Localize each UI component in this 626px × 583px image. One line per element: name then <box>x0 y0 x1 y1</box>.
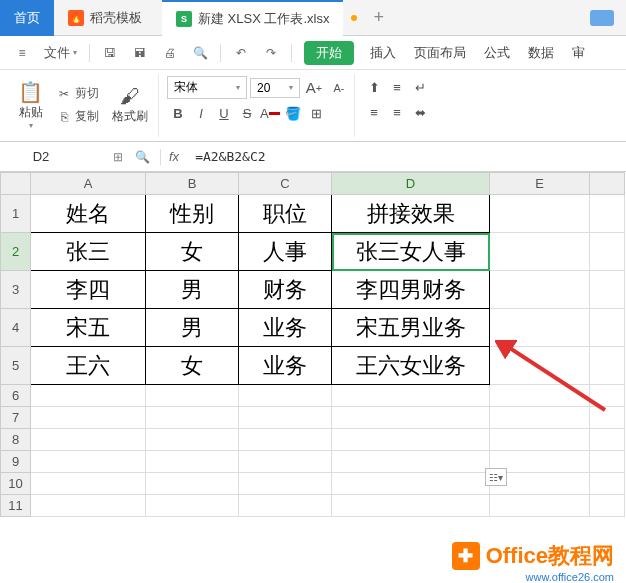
cell-d8[interactable] <box>332 429 490 451</box>
cell-e3[interactable] <box>490 271 590 309</box>
col-header-c[interactable]: C <box>239 173 332 195</box>
cell-f6[interactable] <box>590 385 625 407</box>
ribbon-tab-insert[interactable]: 插入 <box>362 40 404 66</box>
align-middle-button[interactable]: ≡ <box>386 76 408 98</box>
save-as-button[interactable]: 🖬 <box>126 41 154 65</box>
cell-b8[interactable] <box>146 429 239 451</box>
bold-button[interactable]: B <box>167 102 189 124</box>
print-button[interactable]: 🖨 <box>156 41 184 65</box>
save-button[interactable]: 🖫 <box>96 41 124 65</box>
cell-d11[interactable] <box>332 495 490 517</box>
cell-e6[interactable] <box>490 385 590 407</box>
cell-c6[interactable] <box>239 385 332 407</box>
name-box[interactable]: D2 <box>0 149 100 164</box>
cell-f5[interactable] <box>590 347 625 385</box>
tab-docer[interactable]: 🔥 稻壳模板 <box>54 0 156 36</box>
cell-a4[interactable]: 宋五 <box>31 309 146 347</box>
cell-a1[interactable]: 姓名 <box>31 195 146 233</box>
cell-f2[interactable] <box>590 233 625 271</box>
cell-d6[interactable] <box>332 385 490 407</box>
cell-d4[interactable]: 宋五男业务 <box>332 309 490 347</box>
cell-b7[interactable] <box>146 407 239 429</box>
search-icon[interactable]: 🔍 <box>134 149 150 165</box>
cell-c5[interactable]: 业务 <box>239 347 332 385</box>
border-button[interactable]: ⊞ <box>305 102 327 124</box>
row-header-3[interactable]: 3 <box>1 271 31 309</box>
cell-b1[interactable]: 性别 <box>146 195 239 233</box>
print-preview-button[interactable]: 🔍 <box>186 41 214 65</box>
cell-a7[interactable] <box>31 407 146 429</box>
cell-d1[interactable]: 拼接效果 <box>332 195 490 233</box>
cell-f9[interactable] <box>590 451 625 473</box>
undo-button[interactable]: ↶ <box>227 41 255 65</box>
cell-d5[interactable]: 王六女业务 <box>332 347 490 385</box>
ribbon-tab-review[interactable]: 审 <box>564 40 593 66</box>
strikethrough-button[interactable]: S <box>236 102 258 124</box>
cell-f8[interactable] <box>590 429 625 451</box>
cell-a6[interactable] <box>31 385 146 407</box>
cell-a3[interactable]: 李四 <box>31 271 146 309</box>
cell-a2[interactable]: 张三 <box>31 233 146 271</box>
align-center-button[interactable]: ≡ <box>386 101 408 123</box>
cell-b3[interactable]: 男 <box>146 271 239 309</box>
cell-f1[interactable] <box>590 195 625 233</box>
ribbon-tab-page-layout[interactable]: 页面布局 <box>406 40 474 66</box>
cell-d3[interactable]: 李四男财务 <box>332 271 490 309</box>
cell-c2[interactable]: 人事 <box>239 233 332 271</box>
redo-button[interactable]: ↷ <box>257 41 285 65</box>
paste-options-button[interactable]: ☷▾ <box>485 468 507 486</box>
row-header-7[interactable]: 7 <box>1 407 31 429</box>
cell-d10[interactable] <box>332 473 490 495</box>
cell-c7[interactable] <box>239 407 332 429</box>
app-menu-button[interactable]: ≡ <box>8 41 36 65</box>
select-all-corner[interactable] <box>1 173 31 195</box>
tab-current-file[interactable]: S 新建 XLSX 工作表.xlsx <box>162 0 343 36</box>
cell-d2[interactable]: 张三女人事 <box>332 233 490 271</box>
underline-button[interactable]: U <box>213 102 235 124</box>
row-header-11[interactable]: 11 <box>1 495 31 517</box>
cell-e7[interactable] <box>490 407 590 429</box>
paste-button[interactable]: 📋 粘贴 ▾ <box>12 76 49 134</box>
tab-home[interactable]: 首页 <box>0 0 54 36</box>
col-header-a[interactable]: A <box>31 173 146 195</box>
format-painter-button[interactable]: 🖌 格式刷 <box>106 81 154 129</box>
copy-button[interactable]: ⎘复制 <box>52 106 103 127</box>
decrease-font-button[interactable]: A- <box>328 77 350 99</box>
increase-font-button[interactable]: A+ <box>303 77 325 99</box>
col-header-d[interactable]: D <box>332 173 490 195</box>
cell-a8[interactable] <box>31 429 146 451</box>
align-left-button[interactable]: ≡ <box>363 101 385 123</box>
row-header-5[interactable]: 5 <box>1 347 31 385</box>
cut-button[interactable]: ✂剪切 <box>52 83 103 104</box>
cell-a5[interactable]: 王六 <box>31 347 146 385</box>
row-header-2[interactable]: 2 <box>1 233 31 271</box>
table-icon[interactable]: ⊞ <box>110 149 126 165</box>
row-header-6[interactable]: 6 <box>1 385 31 407</box>
cell-b6[interactable] <box>146 385 239 407</box>
cell-c9[interactable] <box>239 451 332 473</box>
merge-button[interactable]: ⬌ <box>409 101 431 123</box>
row-header-8[interactable]: 8 <box>1 429 31 451</box>
font-size-select[interactable]: 20▾ <box>250 78 300 98</box>
cell-e11[interactable] <box>490 495 590 517</box>
cell-e1[interactable] <box>490 195 590 233</box>
cell-b10[interactable] <box>146 473 239 495</box>
row-header-1[interactable]: 1 <box>1 195 31 233</box>
cell-d7[interactable] <box>332 407 490 429</box>
cell-e5[interactable] <box>490 347 590 385</box>
cell-e4[interactable] <box>490 309 590 347</box>
row-header-4[interactable]: 4 <box>1 309 31 347</box>
cell-b9[interactable] <box>146 451 239 473</box>
cell-c3[interactable]: 财务 <box>239 271 332 309</box>
cell-a10[interactable] <box>31 473 146 495</box>
ribbon-tab-data[interactable]: 数据 <box>520 40 562 66</box>
font-name-select[interactable]: 宋体▾ <box>167 76 247 99</box>
align-top-button[interactable]: ⬆ <box>363 76 385 98</box>
cell-c4[interactable]: 业务 <box>239 309 332 347</box>
fx-label[interactable]: fx <box>161 149 187 164</box>
cell-a9[interactable] <box>31 451 146 473</box>
cell-a11[interactable] <box>31 495 146 517</box>
cell-e8[interactable] <box>490 429 590 451</box>
cell-c10[interactable] <box>239 473 332 495</box>
col-header-f[interactable] <box>590 173 625 195</box>
